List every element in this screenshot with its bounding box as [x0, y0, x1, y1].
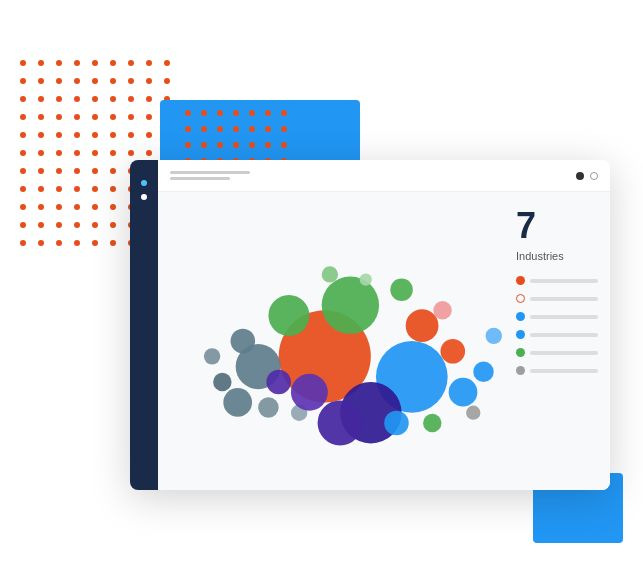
bg-dot	[128, 60, 134, 66]
control-dot-filled[interactable]	[576, 172, 584, 180]
legend-color-gray	[516, 366, 525, 375]
bg-dot	[56, 168, 62, 174]
bubble-16	[449, 378, 478, 407]
overlay-dot	[201, 142, 207, 148]
dashboard-window: 7 Industries	[130, 160, 610, 490]
legend-color-orange-outline	[516, 294, 525, 303]
bg-dot	[74, 60, 80, 66]
bg-dot	[164, 60, 170, 66]
bg-dot	[20, 60, 26, 66]
legend-color-green	[516, 348, 525, 357]
bg-dot	[38, 222, 44, 228]
chart-body: 7 Industries	[158, 192, 610, 490]
bubble-19	[384, 411, 409, 436]
bg-dot	[38, 96, 44, 102]
legend-bar-6	[530, 369, 598, 373]
bg-dot	[128, 96, 134, 102]
bg-dot	[56, 60, 62, 66]
overlay-dot	[233, 142, 239, 148]
bg-dot	[146, 114, 152, 120]
bg-dot	[92, 132, 98, 138]
bg-dot	[110, 150, 116, 156]
bg-dot	[20, 114, 26, 120]
industries-label: Industries	[516, 250, 598, 262]
bg-dot	[20, 186, 26, 192]
title-line-2	[170, 177, 230, 180]
bg-dot	[20, 204, 26, 210]
bg-dot	[20, 222, 26, 228]
bg-dot	[56, 132, 62, 138]
bubble-3	[268, 295, 309, 336]
legend-item-1	[516, 276, 598, 285]
bg-dot	[128, 132, 134, 138]
overlay-dot	[201, 126, 207, 132]
bg-dot	[110, 60, 116, 66]
bg-dot	[146, 132, 152, 138]
bubble-2	[322, 276, 379, 333]
bg-dot	[74, 150, 80, 156]
bg-dot	[92, 96, 98, 102]
bubble-11	[291, 374, 328, 411]
bg-dot	[110, 78, 116, 84]
legend-item-2	[516, 294, 598, 303]
bg-dot	[92, 78, 98, 84]
bg-dot	[146, 60, 152, 66]
bubble-17	[473, 361, 493, 381]
bg-dot	[38, 60, 44, 66]
legend-item-6	[516, 366, 598, 375]
bubble-18	[486, 328, 502, 344]
bg-dot	[56, 96, 62, 102]
bg-dot	[20, 150, 26, 156]
overlay-dot	[249, 126, 255, 132]
bg-dot	[74, 168, 80, 174]
overlay-dot	[217, 126, 223, 132]
window-sidebar	[130, 160, 158, 490]
scene: // Will be generated inline	[0, 0, 643, 583]
overlay-dot	[217, 142, 223, 148]
bg-dot	[146, 78, 152, 84]
title-line-1	[170, 171, 250, 174]
bg-dot	[128, 150, 134, 156]
sidebar-dot-white	[141, 194, 147, 200]
bubble-26	[360, 273, 372, 285]
bg-dot	[92, 186, 98, 192]
bg-dot	[110, 132, 116, 138]
window-controls	[576, 172, 598, 180]
title-lines	[170, 171, 250, 180]
legend-item-5	[516, 348, 598, 357]
bg-dot	[110, 114, 116, 120]
bg-dot	[92, 168, 98, 174]
bg-dot	[74, 222, 80, 228]
industries-count: 7	[516, 208, 598, 244]
bg-dot	[38, 132, 44, 138]
bg-dot	[56, 150, 62, 156]
overlay-dot	[265, 142, 271, 148]
bg-dot	[74, 96, 80, 102]
bg-dot	[56, 114, 62, 120]
bg-dot	[164, 78, 170, 84]
overlay-dot	[185, 126, 191, 132]
overlay-dot	[281, 142, 287, 148]
bg-dot	[146, 96, 152, 102]
bg-dot	[110, 186, 116, 192]
bg-dot	[20, 78, 26, 84]
overlay-dot	[249, 110, 255, 116]
bubble-6	[258, 397, 278, 417]
bg-dot	[38, 114, 44, 120]
bg-dot	[74, 186, 80, 192]
bubble-23	[204, 348, 220, 364]
bg-dot	[38, 204, 44, 210]
bg-dot	[92, 204, 98, 210]
legend-color-orange	[516, 276, 525, 285]
bubble-13	[406, 309, 439, 342]
bg-dot	[146, 150, 152, 156]
bg-dot	[74, 132, 80, 138]
control-dot-outline[interactable]	[590, 172, 598, 180]
bg-dot	[92, 222, 98, 228]
bg-dot	[20, 168, 26, 174]
overlay-dot	[185, 142, 191, 148]
bg-dot	[56, 240, 62, 246]
stats-panel: 7 Industries	[512, 200, 602, 482]
overlay-dot	[281, 110, 287, 116]
overlay-dot	[265, 126, 271, 132]
